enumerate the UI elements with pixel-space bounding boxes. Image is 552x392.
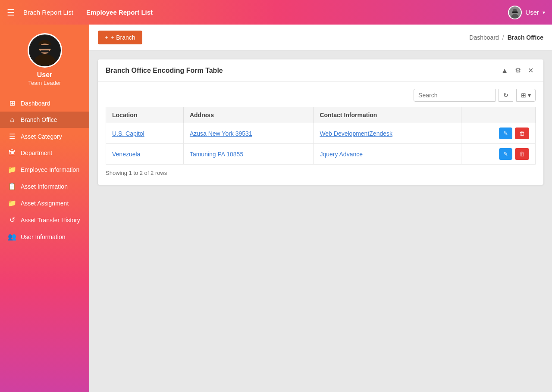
breadcrumb-separator: / [502,34,504,41]
sidebar-item-branch-office-label: Branch Office [21,116,57,123]
sidebar-item-dashboard[interactable]: ⊞ Dashboard [0,95,89,112]
add-branch-button[interactable]: + + Branch [98,31,142,44]
col-location: Location [106,107,184,123]
sidebar-item-employee-information-label: Employee Information [21,166,79,173]
edit-button[interactable]: ✎ [499,128,512,139]
refresh-button[interactable]: ↻ [499,89,513,102]
cell-location[interactable]: Venezuela [106,144,184,165]
navbar-employee-report-link[interactable]: Employee Report List [86,9,153,16]
sidebar-item-dashboard-label: Dashboard [21,100,50,107]
sidebar-username: User [37,71,53,79]
col-address: Address [183,107,313,123]
cell-address: Tamuning PA 10855 [183,144,313,165]
breadcrumb: Dashboard / Brach Office [469,34,543,41]
dashboard-icon: ⊞ [8,99,16,107]
asset-information-icon: 📋 [8,182,16,190]
card-title: Branch Office Encoding Form Table [106,67,223,75]
address-link[interactable]: Azusa New York 39531 [190,130,252,137]
contact-link[interactable]: Jquery Advance [320,151,363,158]
add-branch-label: + Branch [111,34,135,41]
location-link[interactable]: U.S. Capitol [112,130,144,137]
table-row: U.S. CapitolAzusa New York 39531Web Deve… [106,123,536,144]
asset-category-icon: ☰ [8,132,16,140]
navbar-user-menu[interactable]: User ▾ [508,6,545,19]
add-icon: + [105,34,108,41]
navbar-brach-report-link[interactable]: Brach Report List [23,9,73,16]
action-bar: + + Branch Dashboard / Brach Office [89,25,552,51]
sidebar-avatar [28,33,62,68]
card-body: ↻ ⊞ ▾ Location Address Contact Informati… [98,82,543,185]
card-settings-button[interactable]: ⚙ [513,65,523,75]
user-information-icon: 👥 [8,233,16,241]
hamburger-menu-icon[interactable]: ☰ [7,7,15,18]
employee-information-icon: 📁 [8,165,16,174]
contact-link[interactable]: Web DevelopmentZendesk [320,130,392,137]
sidebar-item-user-information-label: User Information [21,233,65,240]
cell-actions: ✎🗑 [461,123,536,144]
sidebar-item-asset-information-label: Asset Information [21,183,68,190]
search-input[interactable] [414,89,496,102]
sidebar-item-asset-assignment[interactable]: 📁 Asset Assignment [0,195,89,212]
table-body: U.S. CapitolAzusa New York 39531Web Deve… [106,123,536,165]
sidebar-item-department-label: Department [21,149,52,156]
main-content: Branch Office Encoding Form Table ▲ ⚙ ✕ … [89,51,552,392]
breadcrumb-parent[interactable]: Dashboard [469,34,499,41]
branch-office-icon: ⌂ [8,116,16,124]
col-contact: Contact Information [314,107,461,123]
user-avatar-icon [509,6,521,19]
address-link[interactable]: Tamuning PA 10855 [190,151,243,158]
main-layout: User Team Leader ⊞ Dashboard ⌂ Branch Of… [0,25,552,392]
branch-office-card: Branch Office Encoding Form Table ▲ ⚙ ✕ … [98,59,543,185]
navbar-links: Brach Report List Employee Report List [23,9,508,16]
sidebar-item-employee-information[interactable]: 📁 Employee Information [0,161,89,178]
cell-contact: Jquery Advance [314,144,461,165]
cell-location[interactable]: U.S. Capitol [106,123,184,144]
sidebar-item-asset-assignment-label: Asset Assignment [21,200,69,207]
breadcrumb-current: Brach Office [508,34,543,41]
navbar-username: User [525,9,539,16]
navbar: ☰ Brach Report List Employee Report List… [0,0,552,25]
cell-contact: Web DevelopmentZendesk [314,123,461,144]
table-header-row: Location Address Contact Information [106,107,536,123]
asset-assignment-icon: 📁 [8,199,16,207]
cell-actions: ✎🗑 [461,144,536,165]
card-header: Branch Office Encoding Form Table ▲ ⚙ ✕ [98,59,543,82]
delete-button[interactable]: 🗑 [515,148,529,160]
sidebar-item-asset-transfer-history[interactable]: ↺ Asset Transfer History [0,212,89,228]
edit-button[interactable]: ✎ [499,148,512,160]
sidebar-item-branch-office[interactable]: ⌂ Branch Office [0,112,89,128]
card-close-button[interactable]: ✕ [526,65,536,75]
cell-address: Azusa New York 39531 [183,123,313,144]
table-footer: Showing 1 to 2 of 2 rows [106,165,536,178]
sidebar-item-asset-category[interactable]: ☰ Asset Category [0,128,89,145]
delete-button[interactable]: 🗑 [515,128,529,139]
content-area: + + Branch Dashboard / Brach Office Bran… [89,25,552,392]
table-toolbar: ↻ ⊞ ▾ [106,89,536,102]
sidebar-item-department[interactable]: 🏛 Department [0,145,89,161]
location-link[interactable]: Venezuela [112,151,140,158]
sidebar: User Team Leader ⊞ Dashboard ⌂ Branch Of… [0,25,89,392]
card-controls: ▲ ⚙ ✕ [499,65,536,75]
table-row: VenezuelaTamuning PA 10855Jquery Advance… [106,144,536,165]
avatar-image [30,35,60,65]
svg-rect-10 [40,50,49,52]
sidebar-item-asset-transfer-history-label: Asset Transfer History [21,217,80,224]
branch-office-table: Location Address Contact Information U.S… [106,107,536,165]
card-collapse-button[interactable]: ▲ [499,65,510,75]
sidebar-item-user-information[interactable]: 👥 User Information [0,228,89,245]
svg-rect-3 [512,11,518,13]
sidebar-navigation: ⊞ Dashboard ⌂ Branch Office ☰ Asset Cate… [0,95,89,245]
col-actions [461,107,536,123]
navbar-user-chevron-icon: ▾ [543,9,545,16]
columns-button[interactable]: ⊞ ▾ [516,89,536,102]
asset-transfer-history-icon: ↺ [8,216,16,224]
svg-rect-8 [37,45,52,49]
sidebar-item-asset-information[interactable]: 📋 Asset Information [0,178,89,195]
sidebar-role: Team Leader [28,80,61,86]
navbar-user-avatar [508,6,522,19]
department-icon: 🏛 [8,149,16,157]
sidebar-item-asset-category-label: Asset Category [21,133,62,140]
